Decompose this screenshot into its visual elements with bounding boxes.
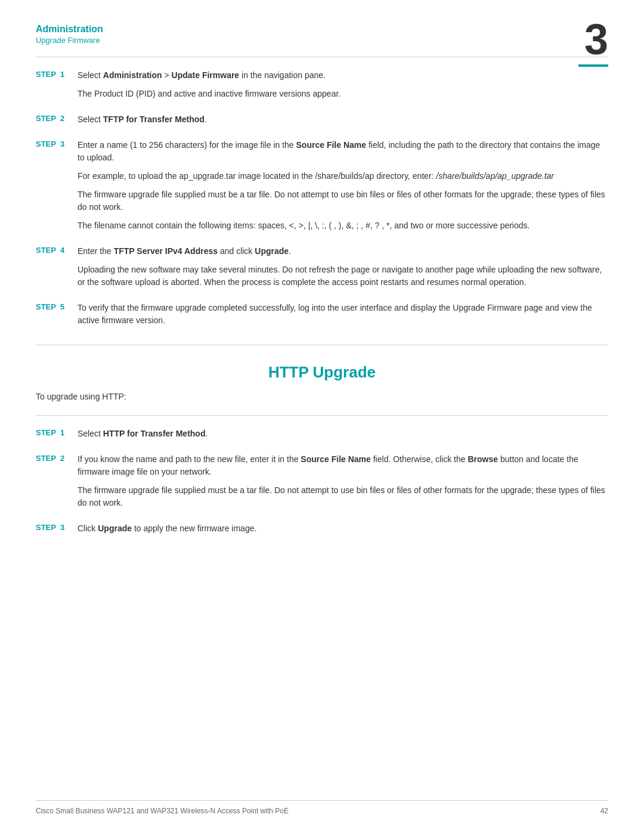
- http-step-2-label: STEP 2: [36, 453, 78, 463]
- breadcrumb-title: Administration: [36, 24, 608, 35]
- step-5-content: To verify that the firmware upgrade comp…: [78, 302, 608, 333]
- step-2-content: Select TFTP for Transfer Method.: [78, 113, 608, 132]
- step-4-block: STEP 4 Enter the TFTP Server IPv4 Addres…: [36, 245, 608, 295]
- step-1-label: STEP 1: [36, 69, 78, 79]
- step-1-content: Select Administration > Update Firmware …: [78, 69, 608, 106]
- footer-left-text: Cisco Small Business WAP121 and WAP321 W…: [36, 807, 289, 815]
- step-2-label: STEP 2: [36, 113, 78, 123]
- http-step-2-content: If you know the name and path to the new…: [78, 453, 608, 515]
- http-section-title: HTTP Upgrade: [36, 363, 608, 382]
- footer: Cisco Small Business WAP121 and WAP321 W…: [36, 800, 608, 815]
- section-divider-1: [36, 345, 608, 345]
- breadcrumb-sub: Upgrade Firmware: [36, 36, 608, 45]
- step-3-content: Enter a name (1 to 256 characters) for t…: [78, 139, 608, 238]
- step-4-content: Enter the TFTP Server IPv4 Address and c…: [78, 245, 608, 295]
- step-4-label: STEP 4: [36, 245, 78, 255]
- step-2-block: STEP 2 Select TFTP for Transfer Method.: [36, 113, 608, 132]
- step-5-label: STEP 5: [36, 302, 78, 311]
- page-container: Administration Upgrade Firmware 3 STEP 1…: [0, 0, 644, 833]
- step-1-block: STEP 1 Select Administration > Update Fi…: [36, 69, 608, 106]
- tftp-content: STEP 1 Select Administration > Update Fi…: [0, 57, 644, 541]
- chapter-number-bar: [578, 64, 608, 67]
- http-step-1-block: STEP 1 Select HTTP for Transfer Method.: [36, 428, 608, 446]
- section-divider-2: [36, 415, 608, 416]
- breadcrumb: Administration Upgrade Firmware: [36, 24, 608, 45]
- http-step-2-block: STEP 2 If you know the name and path to …: [36, 453, 608, 515]
- step-3-block: STEP 3 Enter a name (1 to 256 characters…: [36, 139, 608, 238]
- footer-page-number: 42: [600, 807, 608, 815]
- http-step-3-label: STEP 3: [36, 522, 78, 532]
- step-5-block: STEP 5 To verify that the firmware upgra…: [36, 302, 608, 333]
- header: Administration Upgrade Firmware 3: [0, 0, 644, 45]
- chapter-number: 3: [584, 18, 608, 61]
- http-step-1-content: Select HTTP for Transfer Method.: [78, 428, 608, 446]
- http-section: HTTP Upgrade To upgrade using HTTP: STEP…: [36, 363, 608, 541]
- http-step-3-block: STEP 3 Click Upgrade to apply the new fi…: [36, 522, 608, 541]
- http-section-intro: To upgrade using HTTP:: [36, 391, 608, 403]
- http-step-1-label: STEP 1: [36, 428, 78, 437]
- step-3-label: STEP 3: [36, 139, 78, 148]
- http-step-3-content: Click Upgrade to apply the new firmware …: [78, 522, 608, 541]
